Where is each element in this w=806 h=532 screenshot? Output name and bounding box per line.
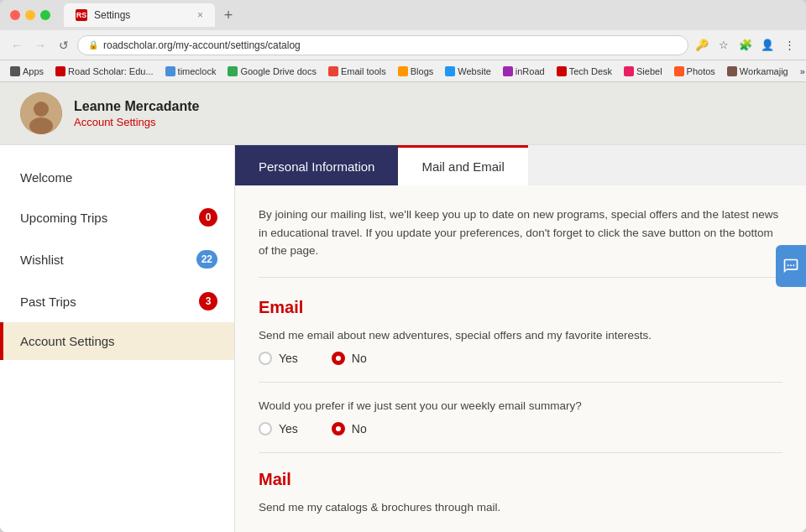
mail-section-title: Mail: [259, 470, 782, 489]
email-q2-yes[interactable]: Yes: [259, 422, 298, 436]
inroad-favicon: [503, 66, 513, 76]
bookmark-apps[interactable]: Apps: [7, 65, 47, 78]
past-trips-badge: 3: [199, 292, 217, 310]
bookmark-photos[interactable]: Photos: [671, 65, 719, 78]
mail-section: Mail Send me my catalogs & brochures thr…: [259, 470, 782, 514]
svg-point-3: [788, 264, 789, 266]
email-q2-yes-label: Yes: [279, 422, 298, 436]
content-panel: By joining our mailing list, we'll keep …: [235, 185, 806, 532]
sidebar-label-account-settings: Account Settings: [20, 334, 115, 348]
email-section: Email Send me email about new adventures…: [259, 298, 782, 453]
extensions-icon[interactable]: 🧩: [735, 35, 756, 55]
email-q1-yes-radio[interactable]: [259, 352, 272, 365]
maximize-button[interactable]: [40, 10, 50, 20]
tab-mail-email[interactable]: Mail and Email: [398, 145, 527, 185]
email-q1-radio-group: Yes No: [259, 352, 782, 365]
bookmark-website[interactable]: Website: [442, 65, 495, 78]
email-q2-radio-group: Yes No: [259, 422, 782, 436]
new-tab-button[interactable]: +: [218, 5, 238, 25]
bookmark-label: Photos: [687, 66, 715, 76]
avatar-image: [20, 92, 62, 134]
page-inner: Leanne Mercadante Account Settings Welco…: [0, 82, 806, 532]
back-button[interactable]: ←: [7, 35, 27, 55]
blogs-favicon: [398, 66, 408, 76]
bookmark-rs[interactable]: Road Scholar: Edu...: [52, 65, 157, 78]
page-content: Leanne Mercadante Account Settings Welco…: [0, 82, 806, 532]
email-q1-no[interactable]: No: [332, 352, 367, 365]
bookmark-label: Blogs: [411, 66, 434, 76]
gdrive-favicon: [228, 66, 238, 76]
sidebar-item-upcoming-trips[interactable]: Upcoming Trips 0: [0, 196, 234, 238]
bookmark-inroad[interactable]: inRoad: [500, 65, 548, 78]
forward-button[interactable]: →: [30, 35, 50, 55]
browser-tab[interactable]: RS Settings ×: [64, 3, 215, 27]
email-section-title: Email: [259, 298, 782, 317]
tab-favicon: RS: [76, 9, 87, 21]
lock-icon: 🔒: [88, 40, 98, 50]
account-settings-link[interactable]: Account Settings: [74, 116, 199, 128]
url-text: roadscholar.org/my-account/settings/cata…: [103, 39, 301, 51]
sidebar-item-welcome[interactable]: Welcome: [0, 159, 234, 196]
email-question-2: Would you prefer if we just sent you our…: [259, 399, 782, 436]
bookmark-timeclock[interactable]: timeclock: [162, 65, 220, 78]
sidebar-item-wishlist[interactable]: Wishlist 22: [0, 238, 234, 280]
content-area: Personal Information Mail and Email By j…: [235, 145, 806, 532]
sidebar-item-account-settings[interactable]: Account Settings: [0, 322, 234, 360]
chat-widget[interactable]: [776, 245, 806, 287]
account-page: Leanne Mercadante Account Settings Welco…: [0, 82, 806, 532]
email-q2-no-radio[interactable]: [332, 422, 345, 436]
sidebar: Welcome Upcoming Trips 0 Wishlist 22 Pas…: [0, 145, 235, 532]
bookmarks-bar: Apps Road Scholar: Edu... timeclock Goog…: [0, 60, 806, 82]
header-info: Leanne Mercadante Account Settings: [74, 99, 199, 128]
bookmark-label: Tech Desk: [569, 66, 612, 76]
email-q1-no-radio[interactable]: [332, 352, 345, 365]
svg-point-5: [793, 264, 794, 266]
avatar: [20, 92, 62, 134]
bookmark-label: Email tools: [341, 66, 386, 76]
email-q1-yes[interactable]: Yes: [259, 352, 298, 365]
nav-bar: ← → ↺ 🔒 roadscholar.org/my-account/setti…: [0, 30, 806, 60]
traffic-lights: [10, 10, 50, 20]
svg-point-4: [790, 264, 792, 266]
divider-2: [259, 452, 782, 453]
menu-icon[interactable]: ⋮: [779, 35, 799, 55]
tab-close-button[interactable]: ×: [197, 9, 203, 21]
bookmark-gdrive[interactable]: Google Drive docs: [224, 65, 320, 78]
bookmark-techdesk[interactable]: Tech Desk: [553, 65, 615, 78]
sidebar-item-past-trips[interactable]: Past Trips 3: [0, 280, 234, 322]
close-button[interactable]: [10, 10, 20, 20]
tab-bar: RS Settings × +: [64, 3, 796, 27]
bookmark-email[interactable]: Email tools: [325, 65, 390, 78]
email-question-1: Send me email about new adventures, spec…: [259, 329, 782, 365]
email-q2-label: Would you prefer if we just sent you our…: [259, 399, 782, 412]
bookmark-siebel[interactable]: Siebel: [620, 65, 666, 78]
page-header: Leanne Mercadante Account Settings: [0, 82, 806, 145]
bookmark-label: Apps: [23, 66, 44, 76]
main-layout: Welcome Upcoming Trips 0 Wishlist 22 Pas…: [0, 145, 806, 532]
user-name: Leanne Mercadante: [74, 99, 199, 114]
key-icon[interactable]: 🔑: [692, 35, 712, 55]
address-bar[interactable]: 🔒 roadscholar.org/my-account/settings/ca…: [77, 35, 688, 55]
techdesk-favicon: [557, 66, 567, 76]
email-q2-yes-radio[interactable]: [259, 422, 272, 436]
email-q1-label: Send me email about new adventures, spec…: [259, 329, 782, 342]
intro-text: By joining our mailing list, we'll keep …: [259, 206, 782, 278]
minimize-button[interactable]: [25, 10, 35, 20]
title-bar: RS Settings × +: [0, 0, 806, 30]
email-q2-no[interactable]: No: [332, 422, 367, 436]
rs-favicon: [55, 66, 65, 76]
bookmark-label: Workamajig: [740, 66, 788, 76]
profile-icon[interactable]: 👤: [757, 35, 777, 55]
sidebar-label-welcome: Welcome: [20, 170, 72, 185]
reload-button[interactable]: ↺: [54, 35, 74, 55]
bookmark-more[interactable]: »: [797, 65, 806, 78]
tab-personal-info[interactable]: Personal Information: [235, 145, 398, 185]
sidebar-label-upcoming-trips: Upcoming Trips: [20, 211, 107, 225]
timeclock-favicon: [165, 66, 175, 76]
workamajig-favicon: [727, 66, 737, 76]
apps-favicon: [10, 66, 20, 76]
bookmark-workamajig[interactable]: Workamajig: [724, 65, 792, 78]
bookmark-label: »: [800, 66, 805, 76]
bookmark-blogs[interactable]: Blogs: [395, 65, 437, 78]
star-icon[interactable]: ☆: [714, 35, 734, 55]
